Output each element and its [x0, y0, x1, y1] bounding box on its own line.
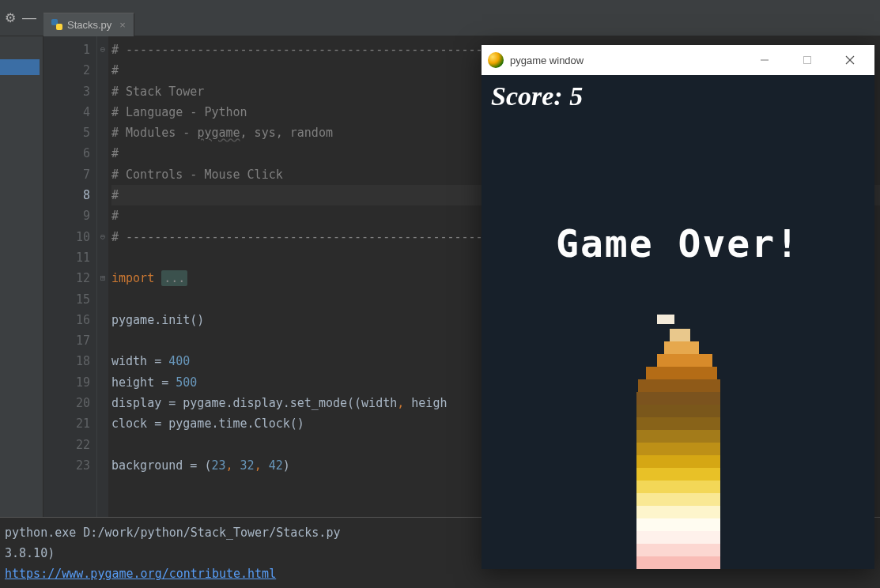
tower-block: [636, 468, 720, 481]
tower-block: [638, 379, 720, 392]
tower-block: [636, 544, 720, 556]
tower-block: [636, 556, 720, 569]
tower-block: [636, 531, 720, 544]
tower-block: [670, 329, 690, 341]
left-gutter-strip: [0, 36, 43, 517]
ide-top-bar: ⚙ — Stacks.py ×: [0, 0, 880, 36]
tower-block: [636, 417, 720, 430]
tower-block: [636, 506, 720, 518]
game-canvas[interactable]: Score: 5 Game Over!: [482, 75, 874, 569]
tower-block: [636, 405, 720, 417]
python-file-icon: [51, 19, 62, 30]
maximize-button[interactable]: [789, 45, 825, 75]
editor-tabs: Stacks.py ×: [43, 0, 134, 36]
tower-block: [636, 481, 720, 493]
score-text: Score: 5: [491, 81, 583, 111]
tower-block: [646, 367, 717, 379]
tower-block: [636, 493, 720, 506]
top-icons: ⚙ —: [0, 9, 43, 26]
line-number-gutter: 123456789101112151617181920212223: [43, 36, 97, 517]
tower-block: [664, 341, 699, 354]
project-sidebar-indicator[interactable]: [0, 59, 40, 75]
minus-icon[interactable]: —: [22, 9, 36, 26]
gear-icon[interactable]: ⚙: [5, 10, 16, 25]
window-title: pygame window: [510, 55, 584, 66]
minimize-button[interactable]: [746, 45, 783, 75]
gameover-text: Game Over!: [482, 221, 874, 266]
pygame-titlebar[interactable]: pygame window: [482, 45, 874, 75]
close-button[interactable]: [832, 45, 868, 75]
tab-label: Stacks.py: [67, 19, 111, 31]
fold-gutter: ⊖ ⊖ ⊞: [97, 36, 108, 517]
tower-block: [636, 430, 720, 443]
tower-block: [657, 315, 674, 324]
tower-block: [657, 354, 712, 367]
pygame-window: pygame window Score: 5 Game Over!: [482, 45, 874, 569]
svg-rect-1: [804, 57, 811, 64]
tower-block: [636, 392, 720, 405]
tab-stacks-py[interactable]: Stacks.py ×: [43, 13, 134, 36]
tower-block: [636, 455, 720, 468]
pygame-icon: [488, 52, 504, 68]
tower-block: [636, 518, 720, 531]
close-icon[interactable]: ×: [119, 19, 126, 31]
tower-block: [636, 443, 720, 455]
stack-tower: [636, 315, 720, 569]
